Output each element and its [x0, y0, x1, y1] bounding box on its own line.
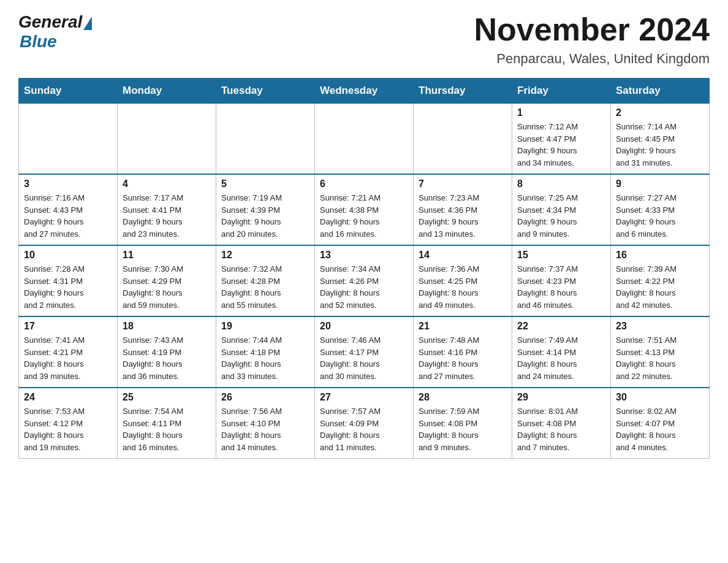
- day-info: Sunrise: 7:30 AMSunset: 4:29 PMDaylight:…: [123, 263, 211, 311]
- calendar-cell: 27Sunrise: 7:57 AMSunset: 4:09 PMDayligh…: [315, 388, 414, 459]
- calendar-cell: 19Sunrise: 7:44 AMSunset: 4:18 PMDayligh…: [216, 316, 315, 388]
- day-info: Sunrise: 7:41 AMSunset: 4:21 PMDaylight:…: [24, 334, 112, 382]
- day-info: Sunrise: 7:57 AMSunset: 4:09 PMDaylight:…: [320, 405, 408, 453]
- header-day-monday: Monday: [118, 79, 216, 104]
- calendar-table: SundayMondayTuesdayWednesdayThursdayFrid…: [18, 78, 710, 459]
- day-info: Sunrise: 7:34 AMSunset: 4:26 PMDaylight:…: [320, 263, 408, 311]
- calendar-cell: 22Sunrise: 7:49 AMSunset: 4:14 PMDayligh…: [512, 316, 611, 388]
- day-info: Sunrise: 7:46 AMSunset: 4:17 PMDaylight:…: [320, 334, 408, 382]
- day-info: Sunrise: 8:01 AMSunset: 4:08 PMDaylight:…: [517, 405, 605, 453]
- calendar-cell: [118, 104, 216, 175]
- calendar-cell: 4Sunrise: 7:17 AMSunset: 4:41 PMDaylight…: [118, 174, 216, 245]
- day-info: Sunrise: 7:21 AMSunset: 4:38 PMDaylight:…: [320, 192, 408, 240]
- header-day-wednesday: Wednesday: [315, 79, 414, 104]
- calendar-cell: [315, 104, 414, 175]
- calendar-cell: 1Sunrise: 7:12 AMSunset: 4:47 PMDaylight…: [512, 104, 611, 175]
- day-info: Sunrise: 7:14 AMSunset: 4:45 PMDaylight:…: [616, 121, 704, 169]
- day-number: 15: [517, 250, 605, 261]
- day-number: 4: [123, 178, 211, 190]
- calendar-cell: 17Sunrise: 7:41 AMSunset: 4:21 PMDayligh…: [19, 316, 118, 388]
- day-number: 24: [24, 392, 112, 403]
- calendar-cell: 6Sunrise: 7:21 AMSunset: 4:38 PMDaylight…: [315, 174, 414, 245]
- header-day-saturday: Saturday: [611, 79, 710, 104]
- day-info: Sunrise: 7:43 AMSunset: 4:19 PMDaylight:…: [123, 334, 211, 382]
- header-day-thursday: Thursday: [414, 79, 512, 104]
- day-number: 20: [320, 321, 408, 332]
- day-number: 2: [616, 107, 704, 118]
- calendar-cell: 8Sunrise: 7:25 AMSunset: 4:34 PMDaylight…: [512, 174, 611, 245]
- logo: General Blue: [18, 12, 92, 52]
- day-info: Sunrise: 7:56 AMSunset: 4:10 PMDaylight:…: [221, 405, 309, 453]
- header-day-sunday: Sunday: [19, 79, 118, 104]
- day-number: 7: [419, 178, 507, 190]
- day-number: 29: [517, 392, 605, 403]
- day-info: Sunrise: 7:12 AMSunset: 4:47 PMDaylight:…: [517, 121, 605, 169]
- calendar-cell: 25Sunrise: 7:54 AMSunset: 4:11 PMDayligh…: [118, 388, 216, 459]
- day-number: 21: [419, 321, 507, 332]
- week-row-2: 3Sunrise: 7:16 AMSunset: 4:43 PMDaylight…: [19, 174, 710, 245]
- calendar-cell: [216, 104, 315, 175]
- day-number: 3: [24, 178, 112, 190]
- logo-triangle-icon: [83, 17, 92, 30]
- day-info: Sunrise: 7:37 AMSunset: 4:23 PMDaylight:…: [517, 263, 605, 311]
- logo-blue-text: Blue: [20, 32, 57, 52]
- calendar-cell: 14Sunrise: 7:36 AMSunset: 4:25 PMDayligh…: [414, 245, 512, 316]
- header-row: SundayMondayTuesdayWednesdayThursdayFrid…: [19, 79, 710, 104]
- calendar-cell: 18Sunrise: 7:43 AMSunset: 4:19 PMDayligh…: [118, 316, 216, 388]
- day-number: 23: [616, 321, 704, 332]
- day-number: 30: [616, 392, 704, 403]
- calendar-cell: 9Sunrise: 7:27 AMSunset: 4:33 PMDaylight…: [611, 174, 710, 245]
- day-number: 8: [517, 178, 605, 190]
- day-info: Sunrise: 7:44 AMSunset: 4:18 PMDaylight:…: [221, 334, 309, 382]
- calendar-cell: 16Sunrise: 7:39 AMSunset: 4:22 PMDayligh…: [611, 245, 710, 316]
- day-info: Sunrise: 7:16 AMSunset: 4:43 PMDaylight:…: [24, 192, 112, 240]
- day-number: 16: [616, 250, 704, 261]
- day-info: Sunrise: 7:23 AMSunset: 4:36 PMDaylight:…: [419, 192, 507, 240]
- day-number: 1: [517, 107, 605, 118]
- calendar-cell: 24Sunrise: 7:53 AMSunset: 4:12 PMDayligh…: [19, 388, 118, 459]
- week-row-4: 17Sunrise: 7:41 AMSunset: 4:21 PMDayligh…: [19, 316, 710, 388]
- calendar-cell: 28Sunrise: 7:59 AMSunset: 4:08 PMDayligh…: [414, 388, 512, 459]
- calendar-cell: [19, 104, 118, 175]
- day-info: Sunrise: 7:48 AMSunset: 4:16 PMDaylight:…: [419, 334, 507, 382]
- header-day-friday: Friday: [512, 79, 611, 104]
- day-number: 22: [517, 321, 605, 332]
- day-number: 14: [419, 250, 507, 261]
- week-row-3: 10Sunrise: 7:28 AMSunset: 4:31 PMDayligh…: [19, 245, 710, 316]
- calendar-cell: 15Sunrise: 7:37 AMSunset: 4:23 PMDayligh…: [512, 245, 611, 316]
- day-number: 17: [24, 321, 112, 332]
- day-number: 18: [123, 321, 211, 332]
- day-info: Sunrise: 8:02 AMSunset: 4:07 PMDaylight:…: [616, 405, 704, 453]
- calendar-cell: 13Sunrise: 7:34 AMSunset: 4:26 PMDayligh…: [315, 245, 414, 316]
- day-info: Sunrise: 7:59 AMSunset: 4:08 PMDaylight:…: [419, 405, 507, 453]
- calendar-cell: 21Sunrise: 7:48 AMSunset: 4:16 PMDayligh…: [414, 316, 512, 388]
- title-area: November 2024 Penparcau, Wales, United K…: [474, 12, 710, 67]
- week-row-5: 24Sunrise: 7:53 AMSunset: 4:12 PMDayligh…: [19, 388, 710, 459]
- day-info: Sunrise: 7:39 AMSunset: 4:22 PMDaylight:…: [616, 263, 704, 311]
- day-info: Sunrise: 7:19 AMSunset: 4:39 PMDaylight:…: [221, 192, 309, 240]
- page-header: General Blue November 2024 Penparcau, Wa…: [18, 12, 710, 67]
- day-number: 6: [320, 178, 408, 190]
- calendar-cell: 11Sunrise: 7:30 AMSunset: 4:29 PMDayligh…: [118, 245, 216, 316]
- calendar-cell: 5Sunrise: 7:19 AMSunset: 4:39 PMDaylight…: [216, 174, 315, 245]
- day-number: 19: [221, 321, 309, 332]
- day-info: Sunrise: 7:32 AMSunset: 4:28 PMDaylight:…: [221, 263, 309, 311]
- day-number: 11: [123, 250, 211, 261]
- calendar-cell: 29Sunrise: 8:01 AMSunset: 4:08 PMDayligh…: [512, 388, 611, 459]
- day-number: 12: [221, 250, 309, 261]
- day-number: 28: [419, 392, 507, 403]
- week-row-1: 1Sunrise: 7:12 AMSunset: 4:47 PMDaylight…: [19, 104, 710, 175]
- logo-general-text: General: [18, 12, 82, 32]
- day-number: 25: [123, 392, 211, 403]
- calendar-title: November 2024: [474, 12, 710, 47]
- calendar-cell: 26Sunrise: 7:56 AMSunset: 4:10 PMDayligh…: [216, 388, 315, 459]
- header-day-tuesday: Tuesday: [216, 79, 315, 104]
- day-info: Sunrise: 7:17 AMSunset: 4:41 PMDaylight:…: [123, 192, 211, 240]
- calendar-cell: 7Sunrise: 7:23 AMSunset: 4:36 PMDaylight…: [414, 174, 512, 245]
- day-info: Sunrise: 7:25 AMSunset: 4:34 PMDaylight:…: [517, 192, 605, 240]
- day-number: 27: [320, 392, 408, 403]
- day-number: 10: [24, 250, 112, 261]
- calendar-cell: 20Sunrise: 7:46 AMSunset: 4:17 PMDayligh…: [315, 316, 414, 388]
- day-info: Sunrise: 7:51 AMSunset: 4:13 PMDaylight:…: [616, 334, 704, 382]
- calendar-cell: 30Sunrise: 8:02 AMSunset: 4:07 PMDayligh…: [611, 388, 710, 459]
